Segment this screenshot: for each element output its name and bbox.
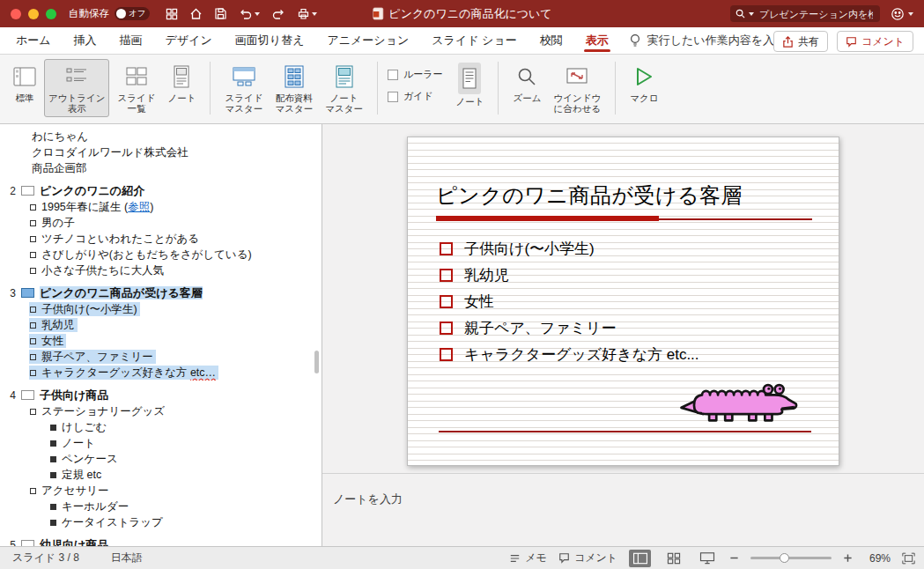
tab-animations[interactable]: アニメーション — [325, 27, 410, 54]
save-icon[interactable] — [214, 7, 227, 20]
autosave-toggle[interactable]: オフ — [115, 7, 150, 20]
language-button[interactable]: 日本語 — [111, 551, 143, 565]
undo-button[interactable] — [239, 7, 260, 20]
outline-bullet-row[interactable]: 定規 etc — [0, 467, 322, 483]
handout-master-button[interactable]: 配布資料 マスター — [270, 59, 317, 117]
outline-bullet-row[interactable]: 子供向け(〜小学生) — [0, 301, 322, 317]
autosave-control[interactable]: 自動保存 オフ — [69, 7, 150, 20]
slide-thumbnail-icon[interactable] — [21, 390, 34, 400]
tab-draw[interactable]: 描画 — [118, 27, 144, 54]
outline-bullet-row[interactable]: けしごむ — [0, 419, 322, 435]
slide-title[interactable]: ピンクのワニ商品が受ける客層 — [436, 181, 810, 210]
redo-button[interactable] — [271, 7, 285, 20]
outline-bullet-content[interactable]: ケータイストラップ — [49, 515, 166, 529]
share-button[interactable]: 共有 — [773, 31, 828, 52]
smiley-dropdown-chevron-icon[interactable] — [908, 12, 913, 16]
outline-text[interactable]: わにちゃん — [32, 130, 88, 143]
outline-bullet-row[interactable]: 小さな子供たちに大人気 — [0, 262, 322, 278]
slideshow-statusbar-button[interactable] — [696, 550, 718, 567]
fit-slide-button[interactable] — [902, 552, 915, 565]
zoom-button[interactable]: ズーム — [508, 59, 545, 107]
tab-transitions[interactable]: 画面切り替え — [233, 27, 307, 54]
search-scope-chevron-icon[interactable] — [749, 12, 754, 16]
comments-button[interactable]: コメント — [837, 31, 913, 52]
slide-sorter-statusbar-button[interactable] — [662, 550, 684, 567]
search-field[interactable] — [730, 5, 880, 22]
outline-bullet-row[interactable]: キャラクターグッズ好きな方 etc… — [0, 365, 322, 381]
memo-button[interactable]: メモ — [509, 551, 547, 565]
outline-text-row[interactable]: クロコダイルワールド株式会社 — [0, 144, 322, 160]
slide-canvas[interactable]: ピンクのワニ商品が受ける客層 子供向け(〜小学生)乳幼児女性親子ペア、ファミリー… — [407, 137, 839, 466]
ruler-checkbox[interactable]: ルーラー — [388, 68, 443, 81]
outline-bullet-row[interactable]: ツチノコといわれたことがある — [0, 231, 322, 247]
outline-scrollbar-thumb[interactable] — [314, 351, 319, 373]
feedback-smiley-button[interactable] — [891, 7, 913, 21]
outline-bullet-content[interactable]: キャラクターグッズ好きな方 etc… — [29, 366, 218, 380]
tab-home[interactable]: ホーム — [14, 27, 53, 54]
outline-bullet-content[interactable]: 定規 etc — [49, 468, 104, 482]
slide-bullet-item[interactable]: 女性 — [440, 288, 839, 314]
zoom-slider[interactable] — [750, 557, 832, 559]
outline-bullet-row[interactable]: ペンケース — [0, 451, 322, 467]
outline-title-text[interactable]: 幼児向け商品 — [40, 538, 108, 546]
pink-crocodile-image[interactable] — [677, 372, 801, 425]
outline-bullet-content[interactable]: 女性 — [29, 334, 66, 348]
fullscreen-window-button[interactable] — [46, 9, 56, 19]
outline-bullet-row[interactable]: アクセサリー — [0, 483, 322, 499]
outline-title-text[interactable]: ピンクのワニの紹介 — [40, 184, 144, 197]
tab-slideshow[interactable]: スライド ショー — [430, 27, 518, 54]
slide-master-button[interactable]: スライド マスター — [220, 59, 267, 117]
outline-bullet-row[interactable]: 1995年春に誕生 (参照) — [0, 199, 322, 215]
outline-bullet-content[interactable]: 1995年春に誕生 (参照) — [29, 200, 156, 214]
close-window-button[interactable] — [11, 9, 21, 19]
outline-title-text[interactable]: 子供向け商品 — [40, 388, 108, 402]
search-input[interactable] — [758, 8, 875, 20]
outline-title-text[interactable]: ピンクのワニ商品が受ける客層 — [40, 286, 203, 299]
outline-bullet-content[interactable]: 乳幼児 — [29, 318, 78, 332]
outline-bullet-row[interactable]: ノート — [0, 435, 322, 451]
outline-bullet-row[interactable]: 女性 — [0, 333, 322, 349]
outline-bullet-content[interactable]: ペンケース — [49, 452, 121, 466]
notes-page-button[interactable]: ノート — [163, 59, 200, 107]
outline-slide-title-row[interactable]: 5幼児向け商品 — [0, 537, 322, 546]
outline-bullet-row[interactable]: 乳幼児 — [0, 317, 322, 333]
normal-view-button[interactable]: 標準 — [9, 59, 41, 107]
guides-checkbox[interactable]: ガイド — [388, 90, 443, 103]
minimize-window-button[interactable] — [28, 9, 39, 19]
zoom-in-button[interactable] — [843, 553, 853, 563]
fit-to-window-button[interactable]: ウインドウ に合わせる — [549, 59, 605, 117]
outline-bullet-content[interactable]: ツチノコといわれたことがある — [29, 232, 202, 246]
outline-bullet-content[interactable]: ノート — [49, 436, 98, 450]
outline-text-row[interactable]: わにちゃん — [0, 129, 322, 144]
outline-bullet-content[interactable]: けしごむ — [49, 420, 109, 434]
macro-button[interactable]: マクロ — [625, 59, 662, 107]
slide-bullet-item[interactable]: 親子ペア、ファミリー — [440, 314, 839, 341]
apps-grid-icon[interactable] — [166, 8, 178, 20]
statusbar-comments-button[interactable]: コメント — [558, 551, 617, 565]
zoom-out-button[interactable] — [729, 553, 739, 563]
outline-pane[interactable]: わにちゃんクロコダイルワールド株式会社商品企画部2ピンクのワニの紹介1995年春… — [0, 124, 322, 546]
tab-view[interactable]: 表示 — [584, 27, 610, 54]
outline-bullet-row[interactable]: 親子ペア、ファミリー — [0, 349, 322, 365]
slide-bullet-item[interactable]: 乳幼児 — [440, 262, 839, 288]
outline-slide-title-row[interactable]: 3ピンクのワニ商品が受ける客層 — [0, 285, 322, 301]
outline-bullet-content[interactable]: 子供向け(〜小学生) — [29, 302, 140, 316]
outline-bullet-content[interactable]: 親子ペア、ファミリー — [29, 350, 156, 364]
slide-thumbnail-icon[interactable] — [21, 288, 34, 298]
outline-bullet-row[interactable]: ステーショナリーグッズ — [0, 403, 322, 419]
slide-thumbnail-icon[interactable] — [21, 540, 34, 546]
outline-text[interactable]: 商品企画部 — [32, 162, 87, 174]
outline-bullet-content[interactable]: キーホルダー — [49, 499, 131, 514]
notes-master-button[interactable]: ノート マスター — [321, 59, 367, 117]
slide-bullet-item[interactable]: キャラクターグッズ好きな方 etc... — [440, 341, 839, 367]
outline-text-row[interactable]: 商品企画部 — [0, 160, 322, 176]
normal-view-statusbar-button[interactable] — [629, 550, 651, 567]
outline-bullet-content[interactable]: ステーショナリーグッズ — [29, 404, 167, 418]
outline-bullet-content[interactable]: 小さな子供たちに大人気 — [29, 263, 166, 277]
outline-bullet-content[interactable]: 男の子 — [29, 216, 78, 230]
slide-thumbnail-icon[interactable] — [21, 186, 34, 196]
outline-bullet-row[interactable]: ケータイストラップ — [0, 514, 322, 530]
outline-bullet-content[interactable]: アクセサリー — [29, 484, 111, 498]
outline-view-button[interactable]: アウトライン 表示 — [44, 59, 109, 117]
outline-bullet-row[interactable]: さびしがりや(おともだちをさがしている) — [0, 247, 322, 262]
